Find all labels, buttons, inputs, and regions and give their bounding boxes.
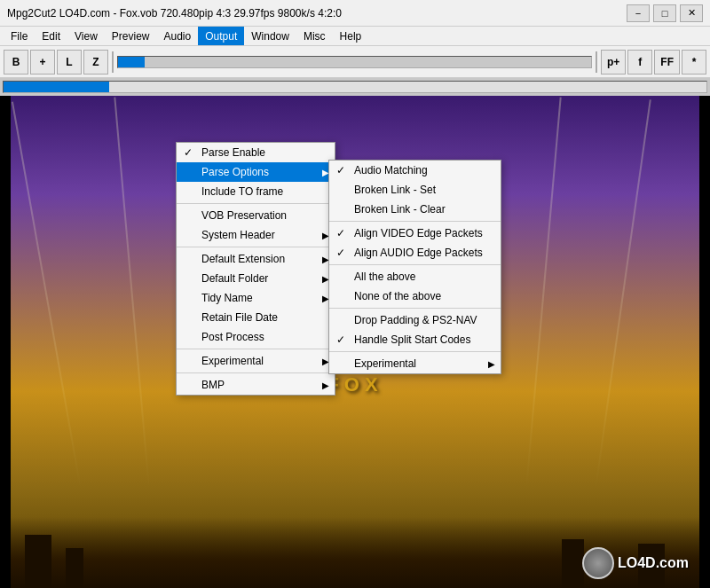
menu-experimental[interactable]: Experimental ▶ (177, 351, 335, 371)
menu-preview[interactable]: Preview (105, 27, 157, 45)
menu-parse-enable[interactable]: ✓ Parse Enable (177, 143, 335, 162)
searchlight-1 (12, 102, 82, 490)
video-position-bar[interactable] (117, 56, 592, 68)
minimize-button[interactable]: − (627, 4, 650, 22)
video-right-black (699, 96, 710, 588)
menu-audio-matching[interactable]: ✓ Audio Matching (329, 161, 501, 180)
seek-bar[interactable] (3, 81, 707, 93)
searchlight-2 (114, 98, 150, 490)
parse-sep-2 (329, 264, 501, 265)
menu-output[interactable]: Output (198, 27, 244, 45)
menu-edit[interactable]: Edit (35, 27, 67, 45)
align-video-check: ✓ (336, 227, 345, 239)
seek-fill (4, 82, 109, 92)
post-process-label: Post Process (201, 331, 264, 343)
searchlight-4 (525, 98, 562, 490)
broken-link-set-label: Broken Link - Set (354, 184, 436, 196)
bmp-label: BMP (201, 379, 225, 391)
include-label: Include TO frame (201, 185, 283, 198)
toolbar-btn-pplus[interactable]: p+ (601, 50, 626, 74)
vob-label: VOB Preservation (201, 209, 287, 222)
menu-align-video[interactable]: ✓ Align VIDEO Edge Packets (329, 223, 501, 243)
parse-options-label: Parse Options (201, 166, 269, 178)
none-above-label: None of the above (354, 290, 441, 302)
toolbar-btn-l[interactable]: L (57, 50, 82, 74)
toolbar-btn-f[interactable]: f (627, 50, 652, 74)
toolbar-separator (112, 51, 114, 73)
menu-include-to-frame[interactable]: Include TO frame (177, 182, 335, 201)
main-container: Mpg2Cut2 LO4D.com - Fox.vob 720.480pip 4… (0, 0, 710, 588)
parse-sep-4 (329, 351, 501, 352)
menu-default-extension[interactable]: Default Extension ▶ (177, 249, 335, 269)
menu-tidy-name[interactable]: Tidy Name ▶ (177, 288, 335, 308)
watermark: LO4D.com (582, 547, 689, 579)
menu-retain-file-date[interactable]: Retain File Date (177, 308, 335, 327)
building-1 (25, 535, 51, 588)
experimental-sub-arrow: ▶ (488, 359, 495, 369)
watermark-logo (582, 547, 614, 579)
menu-none-above[interactable]: None of the above (329, 286, 501, 306)
audio-matching-label: Audio Matching (354, 164, 428, 176)
menu-all-above[interactable]: All the above (329, 267, 501, 286)
output-sep-4 (177, 372, 335, 373)
menu-view[interactable]: View (67, 27, 105, 45)
toolbar-btn-ff[interactable]: FF (654, 50, 680, 74)
menu-align-audio[interactable]: ✓ Align AUDIO Edge Packets (329, 243, 501, 263)
menubar: File Edit View Preview Audio Output Wind… (0, 27, 710, 46)
menu-window[interactable]: Window (244, 27, 296, 45)
menu-drop-padding[interactable]: Drop Padding & PS2-NAV (329, 310, 501, 330)
menu-system-header[interactable]: System Header ▶ (177, 225, 335, 245)
default-folder-label: Default Folder (201, 272, 268, 285)
broken-link-clear-label: Broken Link - Clear (354, 203, 446, 216)
menu-post-process[interactable]: Post Process (177, 327, 335, 347)
menu-file[interactable]: File (4, 27, 35, 45)
default-ext-label: Default Extension (201, 253, 285, 265)
output-sep-1 (177, 203, 335, 204)
watermark-text: LO4D.com (618, 555, 689, 571)
building-2 (66, 548, 83, 588)
titlebar-title: Mpg2Cut2 LO4D.com - Fox.vob 720.480pip 4… (7, 7, 627, 20)
menu-experimental-sub[interactable]: Experimental ▶ (329, 354, 501, 373)
parse-sep-1 (329, 221, 501, 222)
toolbar-btn-b[interactable]: B (4, 50, 28, 74)
maximize-button[interactable]: □ (653, 4, 676, 22)
video-left-black (0, 96, 11, 588)
menu-handle-split[interactable]: ✓ Handle Split Start Codes (329, 330, 501, 349)
menu-vob-preservation[interactable]: VOB Preservation (177, 206, 335, 225)
toolbar: B + L Z p+ f FF * (0, 46, 710, 78)
close-button[interactable]: ✕ (680, 4, 703, 22)
output-sep-3 (177, 349, 335, 349)
building-3 (562, 539, 584, 588)
retain-label: Retain File Date (201, 311, 278, 324)
toolbar-btn-star[interactable]: * (682, 50, 706, 74)
all-above-label: All the above (354, 270, 415, 283)
align-video-label: Align VIDEO Edge Packets (354, 227, 483, 239)
content-area: 20th CENTURY FOX LO4D.com ✓ (0, 96, 710, 588)
toolbar-btn-z[interactable]: Z (83, 50, 108, 74)
menu-parse-options[interactable]: Parse Options ▶ (177, 162, 335, 182)
menu-help[interactable]: Help (333, 27, 369, 45)
parse-enable-check: ✓ (184, 146, 193, 159)
toolbar-btn-plus[interactable]: + (30, 50, 55, 74)
video-position-fill (118, 57, 145, 67)
handle-split-label: Handle Split Start Codes (354, 333, 470, 346)
align-audio-label: Align AUDIO Edge Packets (354, 247, 483, 259)
menu-default-folder[interactable]: Default Folder ▶ (177, 269, 335, 288)
experimental-label: Experimental (201, 355, 264, 367)
progress-area[interactable] (0, 78, 710, 96)
drop-padding-label: Drop Padding & PS2-NAV (354, 314, 477, 326)
menu-misc[interactable]: Misc (296, 27, 333, 45)
audio-matching-check: ✓ (336, 164, 345, 176)
menu-broken-link-set[interactable]: Broken Link - Set (329, 180, 501, 200)
searchlight-3 (595, 99, 651, 490)
titlebar-controls: − □ ✕ (627, 4, 703, 22)
parse-sep-3 (329, 308, 501, 309)
bmp-arrow: ▶ (322, 380, 329, 390)
output-sep-2 (177, 247, 335, 247)
toolbar-separator-2 (596, 51, 597, 73)
menu-broken-link-clear[interactable]: Broken Link - Clear (329, 200, 501, 219)
menu-bmp[interactable]: BMP ▶ (177, 375, 335, 395)
menu-audio[interactable]: Audio (157, 27, 199, 45)
parse-enable-label: Parse Enable (201, 146, 265, 159)
output-menu: ✓ Parse Enable Parse Options ▶ Include T… (176, 142, 335, 396)
